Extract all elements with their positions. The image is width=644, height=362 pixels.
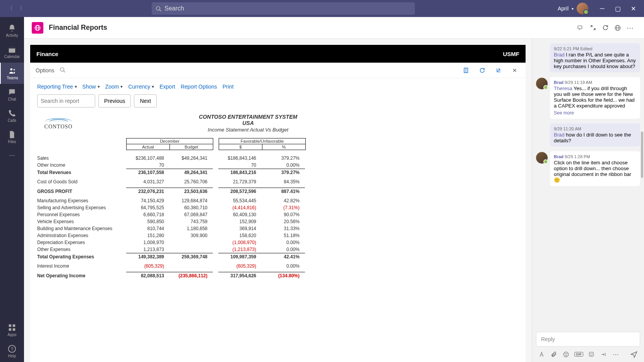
report-row[interactable]: Total Operating Expenses149,382,389259,3… xyxy=(37,253,519,260)
tb-print[interactable]: Print xyxy=(223,84,234,90)
cell-actual: 74,150,429 xyxy=(126,197,170,204)
report-row[interactable]: Personnel Expenses6,660,71867,069,84760,… xyxy=(37,211,519,218)
rail-calls[interactable]: Calls xyxy=(0,105,24,126)
tb-zoom[interactable]: Zoom▾ xyxy=(105,84,123,90)
svg-line-1 xyxy=(159,10,161,11)
row-label: Interest Income xyxy=(37,263,126,270)
search-placeholder: Search xyxy=(164,5,184,12)
user-avatar[interactable] xyxy=(577,3,588,14)
cell-pct: (7.31%) xyxy=(262,204,305,211)
refresh-icon[interactable] xyxy=(477,65,488,76)
next-button[interactable]: Next xyxy=(134,94,157,108)
global-search-input[interactable]: Search xyxy=(152,2,415,15)
cell-budget: 309,900 xyxy=(170,232,213,239)
report-row[interactable]: Manufacturing Expenses74,150,429129,684,… xyxy=(37,197,519,204)
nav-back-button[interactable]: 〈 xyxy=(5,3,15,14)
svg-rect-9 xyxy=(13,328,15,331)
report-row[interactable]: Depreciation Expenses1,008,970(1,008,970… xyxy=(37,239,519,246)
emoji-icon[interactable] xyxy=(563,350,570,358)
chevron-down-icon: ▾ xyxy=(120,84,123,89)
window-close-button[interactable]: ✕ xyxy=(625,3,641,14)
report-row[interactable]: Sales$236,107,488$49,264,341$186,843,146… xyxy=(37,155,519,162)
cell-variance: 109,987,359 xyxy=(218,253,262,260)
tb-show[interactable]: Show▾ xyxy=(82,84,100,90)
cell-variance: 70 xyxy=(218,162,262,169)
sticker-icon[interactable] xyxy=(588,350,595,358)
chat-panel: 9/22 5:21 PM EditedBrad I ran the P/L an… xyxy=(532,39,644,362)
send-icon[interactable] xyxy=(630,350,638,358)
app-icon xyxy=(32,22,43,34)
collapse-icon[interactable] xyxy=(587,22,599,34)
column-headers: DecemberActualBudget Favorable/Unfavorab… xyxy=(126,138,519,150)
tb-export[interactable]: Export xyxy=(159,84,175,90)
attach-icon[interactable] xyxy=(551,350,558,358)
tb-reporting-tree[interactable]: Reporting Tree▾ xyxy=(37,84,77,90)
rail-more[interactable]: ⋯ xyxy=(0,148,24,163)
report-row[interactable]: Vehicle Expenses590,850743,759152,90920.… xyxy=(37,218,519,225)
stream-icon[interactable] xyxy=(600,350,607,358)
user-menu[interactable]: April ▾ xyxy=(558,3,588,14)
window-minimize-button[interactable]: ─ xyxy=(594,3,610,14)
chat-message[interactable]: 9/22 5:21 PM EditedBrad I ran the P/L an… xyxy=(550,43,640,72)
cell-pct: 31.33% xyxy=(262,225,305,232)
popout-icon[interactable] xyxy=(493,65,504,76)
rail-apps[interactable]: Apps xyxy=(0,319,24,341)
reload-icon[interactable] xyxy=(599,22,611,34)
report-row[interactable]: Other Expenses1,213,873(1,213,873)0.00% xyxy=(37,246,519,253)
see-more-link[interactable]: See more xyxy=(554,110,636,116)
rail-teams[interactable]: Teams xyxy=(0,63,24,84)
cell-budget: 60,380,710 xyxy=(170,204,213,211)
rail-files[interactable]: Files xyxy=(0,126,24,148)
rail-label: Chat xyxy=(8,97,16,101)
cell-budget: (235,866,112) xyxy=(170,272,213,279)
options-label[interactable]: Options xyxy=(36,67,54,73)
tb-currency[interactable]: Currency▾ xyxy=(128,84,154,90)
cell-actual: 149,382,389 xyxy=(126,253,170,260)
reply-input[interactable]: Reply xyxy=(536,332,640,347)
report-row[interactable]: Interest Income(605,329)(605,329)0.00% xyxy=(37,263,519,270)
more-icon[interactable]: ⋯ xyxy=(624,22,636,34)
chat-message[interactable]: Brad 9/29 1:28 PMClick on the line item … xyxy=(550,151,640,186)
svg-rect-15 xyxy=(578,26,582,29)
nav-forward-button[interactable]: 〉 xyxy=(17,3,28,14)
report-search-input[interactable] xyxy=(37,94,95,108)
cell-pct: 20.56% xyxy=(262,218,305,225)
globe-icon[interactable] xyxy=(611,22,624,34)
doc-icon[interactable] xyxy=(461,65,471,76)
report-row[interactable]: Cost of Goods Sold4,031,32725,760,70621,… xyxy=(37,178,519,185)
report-row[interactable]: Net Operating Income82,088,513(235,866,1… xyxy=(37,272,519,279)
compose-more-icon[interactable]: ⋯ xyxy=(613,350,620,358)
row-label: Administration Expenses xyxy=(37,232,126,239)
window-maximize-button[interactable]: ▢ xyxy=(610,3,625,14)
close-icon[interactable]: ✕ xyxy=(509,65,520,76)
search-icon xyxy=(156,6,161,12)
format-icon[interactable] xyxy=(538,350,545,358)
search-icon[interactable] xyxy=(60,67,65,74)
report-row[interactable]: GROSS PROFIT232,076,23123,503,636208,572… xyxy=(37,188,519,195)
chat-message[interactable]: Brad 9/29 11:19 AMTheresa Yes... if you … xyxy=(550,77,640,119)
row-label: Other Income xyxy=(37,162,126,169)
chat-toggle-icon[interactable] xyxy=(574,22,587,34)
rail-activity[interactable]: Activity xyxy=(0,20,24,41)
report-row[interactable]: Total Revenues236,107,55849,264,341186,8… xyxy=(37,169,519,176)
rail-calendar[interactable]: Calendar xyxy=(0,41,24,63)
rail-help[interactable]: ?Help xyxy=(0,341,24,362)
gif-icon[interactable]: GIF xyxy=(575,350,583,358)
message-meta: Brad 9/29 1:28 PM xyxy=(554,154,636,159)
tb-report-options[interactable]: Report Options xyxy=(181,84,217,90)
report-row[interactable]: Other Income70700.00% xyxy=(37,162,519,169)
svg-point-19 xyxy=(60,67,64,71)
cell-budget: 259,369,748 xyxy=(170,253,213,260)
chevron-down-icon: ▾ xyxy=(572,7,574,11)
chat-message[interactable]: 9/29 11:20 AMBrad how do I drill down to… xyxy=(550,123,640,147)
rail-chat[interactable]: Chat xyxy=(0,84,24,105)
report-row[interactable]: Selling and Advertising Expenses64,795,5… xyxy=(37,204,519,211)
scrollbar-thumb[interactable] xyxy=(641,131,643,178)
previous-button[interactable]: Previous xyxy=(98,94,131,108)
message-text: Brad I ran the P/L and see quite a high … xyxy=(554,52,636,69)
tab-title: Financial Reports xyxy=(49,24,107,32)
report-row[interactable]: Building and Maintenance Expenses810,744… xyxy=(37,225,519,232)
report-row[interactable]: Administration Expenses151,280309,900158… xyxy=(37,232,519,239)
cell-actual: 590,850 xyxy=(126,218,170,225)
cell-actual: 64,795,525 xyxy=(126,204,170,211)
